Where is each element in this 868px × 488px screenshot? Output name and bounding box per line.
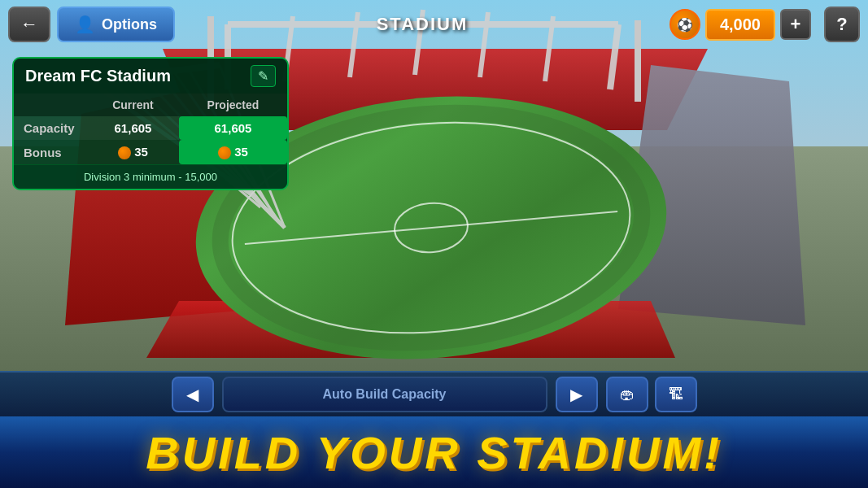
- auto-build-capacity-button[interactable]: Auto Build Capacity: [222, 377, 547, 412]
- row-current-bonus: 35: [87, 140, 179, 164]
- build-stadium-text: BUILD YOUR STADIUM!: [146, 426, 722, 479]
- table-row: Bonus 35 35: [14, 140, 287, 164]
- row-current-capacity: 61,605: [87, 116, 179, 140]
- table-row: Capacity 61,605 61,605: [14, 116, 287, 140]
- build-icon-button[interactable]: 🏗: [655, 377, 697, 412]
- col-header-label: [14, 94, 87, 116]
- panel-title: Dream FC Stadium: [25, 67, 171, 85]
- options-button[interactable]: 👤 Options: [57, 7, 175, 42]
- back-button[interactable]: ←: [8, 7, 50, 42]
- nav-icons: 🏟 🏗: [606, 377, 697, 412]
- col-header-current: Current: [87, 94, 179, 116]
- row-label-capacity: Capacity: [14, 116, 87, 140]
- stadium-icon-button[interactable]: 🏟: [606, 377, 648, 412]
- stats-table: Current Projected Capacity 61,605 61,605…: [14, 94, 287, 164]
- row-label-bonus: Bonus: [14, 140, 87, 164]
- edit-icon[interactable]: ✎: [251, 65, 276, 87]
- bottom-navigation: ◀ Auto Build Capacity ▶ 🏟 🏗: [0, 371, 868, 416]
- row-projected-capacity: 61,605: [179, 116, 287, 140]
- coin-icon-current: [118, 146, 131, 159]
- nav-right-arrow[interactable]: ▶: [556, 377, 598, 412]
- panel-header: Dream FC Stadium ✎: [14, 59, 287, 94]
- division-info: Division 3 minimum - 15,000: [14, 164, 287, 189]
- coin-icon: ⚽: [670, 9, 700, 40]
- top-navigation: ← 👤 Options STADIUM ⚽ 4,000 + ?: [0, 0, 868, 49]
- stadium-title: STADIUM: [181, 14, 663, 35]
- coin-icon-projected: [218, 146, 231, 159]
- stadium-info-panel: Dream FC Stadium ✎ Current Projected Cap…: [12, 57, 289, 190]
- currency-value: 4,000: [705, 9, 775, 41]
- currency-display: ⚽ 4,000 +: [670, 9, 811, 41]
- row-projected-bonus: 35: [179, 140, 287, 164]
- nav-left-arrow[interactable]: ◀: [172, 377, 214, 412]
- player-icon: 👤: [75, 15, 95, 34]
- col-header-projected: Projected: [179, 94, 287, 116]
- add-currency-button[interactable]: +: [780, 9, 811, 40]
- back-arrow-icon: ←: [20, 14, 38, 35]
- help-button[interactable]: ?: [824, 7, 860, 42]
- bottom-banner: BUILD YOUR STADIUM!: [0, 416, 868, 488]
- options-label: Options: [102, 16, 157, 33]
